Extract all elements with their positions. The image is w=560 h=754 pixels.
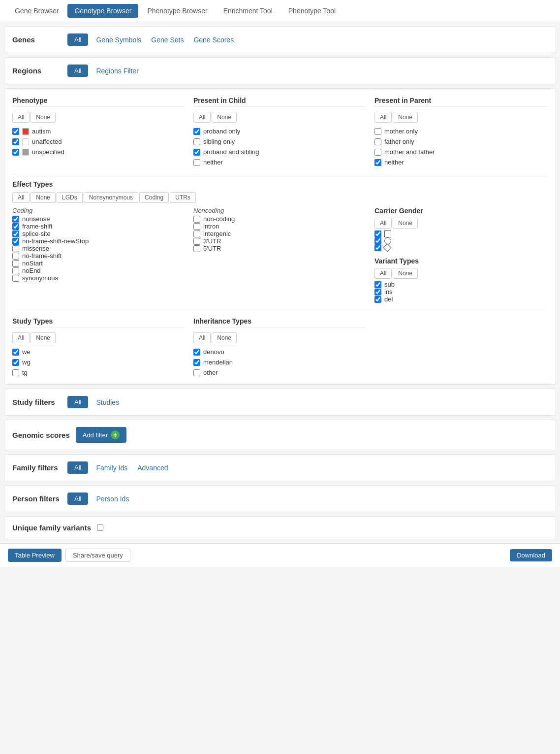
et-synonymous-cb[interactable] — [12, 275, 19, 282]
pip-mother-father-cb[interactable] — [374, 149, 381, 156]
pip-mother-only-cb[interactable] — [374, 128, 381, 135]
cg-male-cb[interactable] — [374, 230, 381, 237]
ff-family-ids-button[interactable]: Family Ids — [94, 464, 129, 472]
it-mendelian-label: mendelian — [203, 359, 233, 366]
et-intron-cb[interactable] — [193, 223, 200, 230]
pic-sibling-only-cb[interactable] — [193, 138, 200, 145]
st-none-btn[interactable]: None — [31, 332, 56, 343]
et-5utr-cb[interactable] — [193, 245, 200, 252]
pf-person-ids-button[interactable]: Person Ids — [94, 495, 131, 503]
et-lgds-btn[interactable]: LGDs — [57, 192, 83, 203]
et-3utr-cb[interactable] — [193, 238, 200, 245]
phenotype-autism-checkbox[interactable] — [12, 128, 19, 135]
it-none-btn[interactable]: None — [212, 332, 237, 343]
et-noframeshift-cb[interactable] — [12, 253, 19, 260]
phenotype-unspecified-row: unspecified — [12, 148, 186, 156]
et-nonsense-cb[interactable] — [12, 216, 19, 223]
st-all-btn[interactable]: All — [12, 332, 30, 343]
et-nonsynonymous-btn[interactable]: Nonsynonymous — [84, 192, 138, 203]
it-other-cb[interactable] — [193, 369, 200, 376]
pip-none-btn[interactable]: None — [393, 112, 418, 123]
genes-all-button[interactable]: All — [67, 33, 88, 46]
et-none-btn[interactable]: None — [31, 192, 56, 203]
ff-advanced-button[interactable]: Advanced — [135, 464, 170, 472]
ff-all-button[interactable]: All — [67, 461, 88, 474]
et-utrs-btn[interactable]: UTRs — [170, 192, 196, 203]
cg-unspecified-cb[interactable] — [374, 244, 381, 251]
pic-all-btn[interactable]: All — [193, 112, 211, 123]
pic-neither-cb[interactable] — [193, 159, 200, 166]
pic-proband-sibling-cb[interactable] — [193, 149, 200, 156]
genes-scores-button[interactable]: Gene Scores — [191, 36, 236, 44]
vt-sub-label: sub — [384, 281, 395, 288]
et-nonsense-label: nonsense — [22, 215, 50, 223]
table-preview-button[interactable]: Table Preview — [8, 549, 62, 562]
phenotype-all-btn[interactable]: All — [12, 112, 30, 123]
vt-del-cb[interactable] — [374, 296, 381, 303]
st-tg-label: tg — [22, 369, 28, 376]
nav-enrichment-tool[interactable]: Enrichment Tool — [217, 4, 280, 18]
pic-none-btn[interactable]: None — [212, 112, 237, 123]
genes-sets-button[interactable]: Gene Sets — [149, 36, 186, 44]
cg-none-btn[interactable]: None — [393, 218, 418, 229]
sf-all-button[interactable]: All — [67, 396, 88, 408]
st-tg-cb[interactable] — [12, 369, 19, 376]
et-intergenic-cb[interactable] — [193, 230, 200, 237]
present-in-parent-label: Present in Parent — [374, 97, 548, 107]
pic-sibling-only-row: sibling only — [193, 138, 367, 145]
nav-gene-browser[interactable]: Gene Browser — [8, 4, 65, 18]
st-wg-cb[interactable] — [12, 359, 19, 366]
phenotype-unspecified-checkbox[interactable] — [12, 149, 19, 156]
nav-bar: Gene Browser Genotype Browser Phenotype … — [0, 0, 560, 22]
pip-mother-father-label: mother and father — [384, 148, 435, 156]
et-splicesite-label: splice-site — [22, 230, 51, 237]
vt-all-btn[interactable]: All — [374, 268, 392, 279]
nav-genotype-browser[interactable]: Genotype Browser — [67, 4, 138, 18]
it-denovo-cb[interactable] — [193, 349, 200, 356]
pf-all-button[interactable]: All — [67, 492, 88, 505]
vt-ins-label: ins — [384, 288, 393, 295]
cg-male-row — [374, 230, 548, 237]
male-square-icon — [384, 230, 391, 237]
et-noend-cb[interactable] — [12, 267, 19, 274]
share-save-button[interactable]: Share/save query — [65, 549, 130, 562]
add-filter-button[interactable]: Add filter + — [76, 427, 126, 443]
unique-family-variants-checkbox[interactable] — [97, 525, 103, 531]
cg-female-cb[interactable] — [374, 237, 381, 244]
genes-symbols-button[interactable]: Gene Symbols — [94, 36, 143, 44]
cg-all-btn[interactable]: All — [374, 218, 392, 229]
regions-filter-button[interactable]: Regions Filter — [94, 67, 140, 75]
vt-none-btn[interactable]: None — [393, 268, 418, 279]
regions-all-button[interactable]: All — [67, 65, 88, 77]
nav-phenotype-browser[interactable]: Phenotype Browser — [140, 4, 214, 18]
genes-label: Genes — [12, 35, 62, 44]
it-all-btn[interactable]: All — [193, 332, 211, 343]
et-nfsnewstop-cb[interactable] — [12, 238, 19, 245]
pip-neither-label: neither — [384, 159, 404, 166]
download-button[interactable]: Download — [510, 549, 552, 561]
et-nostart-cb[interactable] — [12, 260, 19, 267]
phenotype-none-btn[interactable]: None — [31, 112, 56, 123]
vt-ins-cb[interactable] — [374, 289, 381, 295]
it-denovo-label: denovo — [203, 348, 224, 356]
vt-sub-cb[interactable] — [374, 281, 381, 288]
pip-all-btn[interactable]: All — [374, 112, 392, 123]
st-we-cb[interactable] — [12, 349, 19, 356]
it-mendelian-cb[interactable] — [193, 359, 200, 366]
et-missense-cb[interactable] — [12, 245, 19, 252]
et-noncoding-cb[interactable] — [193, 216, 200, 223]
family-filters-label: Family filters — [12, 463, 62, 472]
inheritance-types-label: Inheritance Types — [193, 317, 367, 328]
et-splicesite-cb[interactable] — [12, 230, 19, 237]
nav-phenotype-tool[interactable]: Phenotype Tool — [281, 4, 342, 18]
pic-proband-only-cb[interactable] — [193, 128, 200, 135]
variant-types-label: Variant Types — [374, 257, 548, 265]
sf-studies-button[interactable]: Studies — [94, 398, 121, 406]
et-all-btn[interactable]: All — [12, 192, 30, 203]
phenotype-unaffected-checkbox[interactable] — [12, 138, 19, 145]
pip-father-only-cb[interactable] — [374, 138, 381, 145]
et-frameshift-cb[interactable] — [12, 223, 19, 230]
et-coding-btn[interactable]: Coding — [139, 192, 169, 203]
et-noend-label: noEnd — [22, 267, 41, 274]
pip-neither-cb[interactable] — [374, 159, 381, 166]
